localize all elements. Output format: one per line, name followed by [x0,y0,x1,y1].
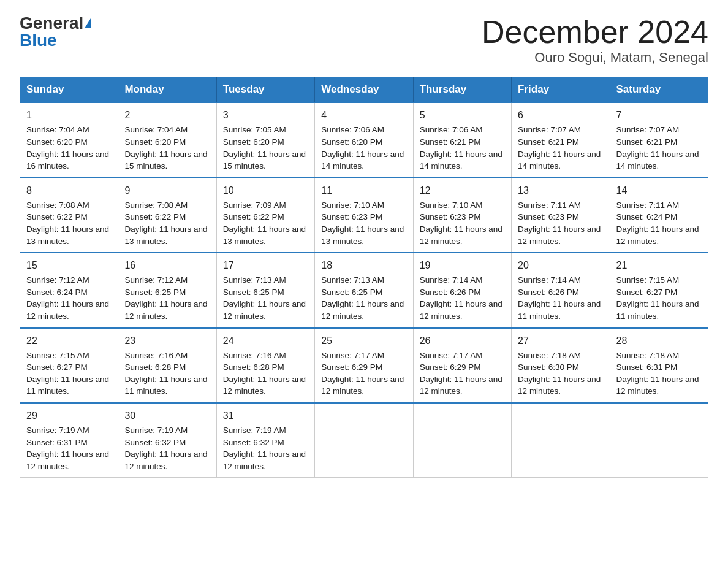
daylight-label: Daylight: 11 hours and 12 minutes. [124,450,207,471]
sunset-label: Sunset: 6:32 PM [223,438,284,447]
day-number: 27 [518,334,603,348]
sunrise-label: Sunrise: 7:19 AM [124,426,188,435]
calendar-cell: 3Sunrise: 7:05 AMSunset: 6:20 PMDaylight… [216,102,314,177]
sunrise-label: Sunrise: 7:09 AM [223,201,286,210]
sunrise-label: Sunrise: 7:18 AM [518,351,581,360]
day-number: 17 [223,258,308,272]
sunset-label: Sunset: 6:22 PM [26,212,88,221]
day-number: 31 [223,408,308,423]
daylight-label: Daylight: 11 hours and 12 minutes. [223,450,306,471]
sunset-label: Sunset: 6:25 PM [124,288,186,297]
sunset-label: Sunset: 6:24 PM [26,288,88,297]
sunrise-label: Sunrise: 7:08 AM [26,201,89,210]
sunrise-label: Sunrise: 7:13 AM [223,275,286,285]
calendar-cell: 12Sunrise: 7:10 AMSunset: 6:23 PMDayligh… [413,178,511,253]
sunrise-label: Sunrise: 7:16 AM [124,351,188,360]
daylight-label: Daylight: 11 hours and 15 minutes. [223,150,306,171]
day-number: 1 [26,108,112,122]
sunset-label: Sunset: 6:21 PM [616,137,678,147]
calendar-cell: 10Sunrise: 7:09 AMSunset: 6:22 PMDayligh… [216,178,314,253]
daylight-label: Daylight: 11 hours and 13 minutes. [223,224,306,246]
sunset-label: Sunset: 6:21 PM [420,137,481,147]
calendar-cell: 11Sunrise: 7:10 AMSunset: 6:23 PMDayligh… [315,178,413,253]
sunset-label: Sunset: 6:27 PM [616,288,678,297]
sunrise-label: Sunrise: 7:18 AM [616,351,680,360]
calendar-cell: 6Sunrise: 7:07 AMSunset: 6:21 PMDaylight… [512,102,610,177]
day-number: 18 [321,258,406,272]
daylight-label: Daylight: 11 hours and 12 minutes. [420,224,502,246]
calendar-header-tuesday: Tuesday [216,77,314,103]
calendar-table: SundayMondayTuesdayWednesdayThursdayFrid… [20,77,708,478]
day-number: 8 [26,183,112,197]
logo-general: General [20,15,83,32]
sunset-label: Sunset: 6:22 PM [223,212,284,221]
daylight-label: Daylight: 11 hours and 14 minutes. [420,150,502,171]
calendar-cell: 8Sunrise: 7:08 AMSunset: 6:22 PMDaylight… [20,178,118,253]
daylight-label: Daylight: 11 hours and 13 minutes. [124,224,207,246]
sunset-label: Sunset: 6:25 PM [321,288,382,297]
calendar-week-row: 8Sunrise: 7:08 AMSunset: 6:22 PMDaylight… [20,178,708,253]
calendar-week-row: 1Sunrise: 7:04 AMSunset: 6:20 PMDaylight… [20,102,708,177]
daylight-label: Daylight: 11 hours and 12 minutes. [124,299,207,321]
day-number: 21 [616,258,702,272]
daylight-label: Daylight: 11 hours and 12 minutes. [223,375,306,396]
calendar-header-saturday: Saturday [610,77,708,103]
day-number: 20 [518,258,603,272]
daylight-label: Daylight: 11 hours and 13 minutes. [321,224,404,246]
daylight-label: Daylight: 11 hours and 12 minutes. [223,299,306,321]
sunset-label: Sunset: 6:31 PM [616,362,678,372]
calendar-cell: 2Sunrise: 7:04 AMSunset: 6:20 PMDaylight… [118,102,216,177]
sunset-label: Sunset: 6:26 PM [420,288,481,297]
sunset-label: Sunset: 6:22 PM [124,212,186,221]
daylight-label: Daylight: 11 hours and 12 minutes. [26,299,109,321]
logo-blue: Blue [20,32,57,49]
sunset-label: Sunset: 6:20 PM [321,137,382,147]
calendar-cell: 7Sunrise: 7:07 AMSunset: 6:21 PMDaylight… [610,102,708,177]
sunset-label: Sunset: 6:28 PM [223,362,284,372]
sunrise-label: Sunrise: 7:19 AM [26,426,89,435]
calendar-cell: 24Sunrise: 7:16 AMSunset: 6:28 PMDayligh… [216,328,314,403]
daylight-label: Daylight: 11 hours and 12 minutes. [616,375,699,396]
sunrise-label: Sunrise: 7:17 AM [321,351,384,360]
daylight-label: Daylight: 11 hours and 12 minutes. [420,375,502,396]
calendar-cell: 31Sunrise: 7:19 AMSunset: 6:32 PMDayligh… [216,403,314,478]
calendar-cell [610,403,708,478]
daylight-label: Daylight: 11 hours and 12 minutes. [321,375,404,396]
day-number: 22 [26,334,112,348]
calendar-cell: 29Sunrise: 7:19 AMSunset: 6:31 PMDayligh… [20,403,118,478]
sunrise-label: Sunrise: 7:17 AM [420,351,483,360]
sunset-label: Sunset: 6:21 PM [518,137,579,147]
calendar-title: December 2024 [482,15,708,50]
sunset-label: Sunset: 6:23 PM [321,212,382,221]
calendar-cell: 15Sunrise: 7:12 AMSunset: 6:24 PMDayligh… [20,253,118,327]
calendar-cell: 14Sunrise: 7:11 AMSunset: 6:24 PMDayligh… [610,178,708,253]
day-number: 19 [420,258,505,272]
day-number: 9 [124,183,210,197]
sunset-label: Sunset: 6:23 PM [420,212,481,221]
calendar-header-friday: Friday [512,77,610,103]
day-number: 11 [321,183,406,197]
logo: General Blue [20,15,91,49]
sunset-label: Sunset: 6:29 PM [420,362,481,372]
sunrise-label: Sunrise: 7:14 AM [420,275,483,285]
sunrise-label: Sunrise: 7:05 AM [223,125,286,134]
calendar-cell: 5Sunrise: 7:06 AMSunset: 6:21 PMDaylight… [413,102,511,177]
daylight-label: Daylight: 11 hours and 12 minutes. [518,375,601,396]
calendar-cell: 21Sunrise: 7:15 AMSunset: 6:27 PMDayligh… [610,253,708,327]
sunset-label: Sunset: 6:27 PM [26,362,88,372]
daylight-label: Daylight: 11 hours and 14 minutes. [616,150,699,171]
day-number: 16 [124,258,210,272]
daylight-label: Daylight: 11 hours and 12 minutes. [518,224,601,246]
day-number: 15 [26,258,112,272]
day-number: 29 [26,408,112,423]
daylight-label: Daylight: 11 hours and 14 minutes. [518,150,601,171]
day-number: 30 [124,408,210,423]
calendar-cell: 25Sunrise: 7:17 AMSunset: 6:29 PMDayligh… [315,328,413,403]
day-number: 24 [223,334,308,348]
day-number: 23 [124,334,210,348]
sunset-label: Sunset: 6:28 PM [124,362,186,372]
calendar-cell [413,403,511,478]
sunrise-label: Sunrise: 7:11 AM [518,201,581,210]
sunset-label: Sunset: 6:20 PM [124,137,186,147]
logo-triangle-icon [85,18,91,28]
